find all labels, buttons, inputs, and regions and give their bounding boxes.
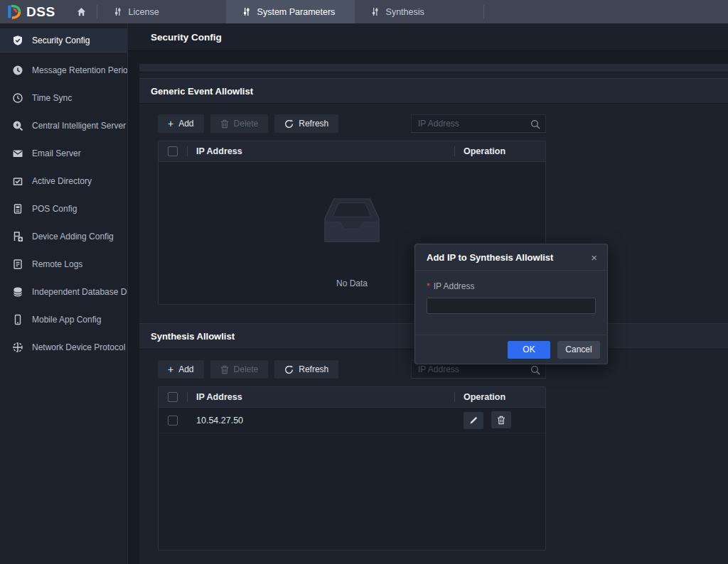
- network-globe-icon: [12, 342, 23, 353]
- sidebar-item-active-directory[interactable]: Active Directory: [0, 167, 127, 195]
- modal-footer: OK Cancel: [415, 335, 607, 364]
- sidebar-item-independent-database-deployment[interactable]: Independent Database Dep...: [0, 278, 127, 305]
- refresh-icon: [284, 365, 294, 374]
- shield-check-icon: [12, 35, 23, 46]
- modal-title: Add IP to Synthesis Allowlist: [427, 252, 589, 263]
- row-checkbox[interactable]: [168, 416, 178, 425]
- sliders-icon: [242, 7, 251, 16]
- active-directory-icon: [12, 175, 23, 187]
- plus-icon: +: [168, 364, 173, 374]
- mobile-icon: [12, 314, 23, 325]
- add-button-label: Add: [178, 364, 193, 374]
- sidebar-item-label: Independent Database Dep...: [32, 287, 127, 297]
- sidebar-item-label: Central Intelligent Server: [32, 121, 126, 131]
- sidebar-item-label: Time Sync: [32, 93, 72, 103]
- ip-address-column-header: IP Address: [188, 146, 454, 156]
- synthesis-allowlist-table: IP Address Operation 10.54.27.50: [158, 386, 546, 551]
- remote-logs-icon: [12, 259, 23, 270]
- refresh-button-label: Refresh: [299, 364, 328, 374]
- ip-search-input[interactable]: [412, 115, 545, 132]
- ip-search-box: [411, 114, 546, 133]
- generic-event-toolbar: + Add Delete Refresh: [158, 114, 546, 133]
- tab-label: System Parameters: [257, 7, 336, 17]
- search-icon[interactable]: [530, 365, 540, 375]
- ip-address-field[interactable]: [427, 298, 596, 314]
- app-logo: DSS: [0, 0, 67, 23]
- home-button[interactable]: [67, 0, 97, 23]
- logo-text: DSS: [26, 4, 55, 20]
- refresh-icon: [284, 119, 294, 129]
- sidebar-item-email-server[interactable]: Email Server: [0, 139, 127, 167]
- topbar-empty-area: [484, 0, 728, 23]
- ip-address-cell: 10.54.27.50: [188, 416, 455, 425]
- pos-icon: [12, 203, 23, 215]
- sidebar-item-message-retention-period[interactable]: Message Retention Period: [0, 56, 127, 84]
- email-icon: [12, 148, 23, 159]
- tab-system-parameters[interactable]: System Parameters: [226, 0, 355, 23]
- edit-button[interactable]: [464, 412, 483, 429]
- dss-logo-icon: [6, 4, 22, 20]
- tab-label: Synthesis: [386, 7, 424, 17]
- add-button[interactable]: + Add: [158, 360, 204, 379]
- tab-license[interactable]: License: [97, 0, 226, 23]
- select-all-cell: [159, 392, 187, 402]
- tab-synthesis[interactable]: Synthesis: [355, 0, 483, 23]
- device-adding-icon: [12, 231, 23, 242]
- select-all-cell: [159, 146, 187, 156]
- modal-header: Add IP to Synthesis Allowlist ×: [415, 244, 607, 271]
- delete-button-label: Delete: [234, 119, 259, 129]
- sidebar-item-label: Security Config: [32, 36, 90, 45]
- delete-button[interactable]: Delete: [210, 360, 269, 379]
- tab-label: License: [129, 7, 159, 17]
- sidebar-item-label: Network Device Protocol C...: [32, 342, 127, 352]
- section-header-generic-event-allowlist: Generic Event Allowlist: [139, 78, 728, 104]
- sidebar-item-pos-config[interactable]: POS Config: [0, 195, 127, 222]
- operation-cell: [455, 411, 545, 429]
- delete-button-label: Delete: [234, 364, 259, 374]
- page-header: Security Config: [128, 23, 728, 51]
- select-all-checkbox[interactable]: [168, 146, 178, 156]
- required-marker: *: [427, 281, 430, 291]
- no-data-inbox-icon: [321, 196, 383, 244]
- add-button-label: Add: [178, 119, 193, 129]
- sidebar-item-device-adding-config[interactable]: Device Adding Config: [0, 222, 127, 250]
- ip-address-field-label: *IP Address: [427, 281, 596, 291]
- sidebar-item-security-config[interactable]: Security Config: [0, 28, 127, 53]
- page-title: Security Config: [151, 32, 222, 43]
- delete-row-button[interactable]: [491, 411, 511, 428]
- sidebar-item-remote-logs[interactable]: Remote Logs: [0, 250, 127, 278]
- sidebar-item-label: Email Server: [32, 148, 81, 158]
- table-row: 10.54.27.50: [159, 408, 545, 433]
- trash-icon: [220, 119, 229, 129]
- sidebar-item-label: Device Adding Config: [32, 232, 114, 242]
- refresh-button[interactable]: Refresh: [274, 114, 338, 133]
- cancel-button[interactable]: Cancel: [557, 341, 600, 359]
- sidebar-item-label: Mobile App Config: [32, 315, 101, 325]
- close-icon[interactable]: ×: [589, 251, 599, 264]
- sidebar-item-label: Remote Logs: [32, 259, 82, 269]
- sidebar-item-mobile-app-config[interactable]: Mobile App Config: [0, 305, 127, 333]
- operation-column-header: Operation: [455, 392, 545, 402]
- delete-button[interactable]: Delete: [210, 114, 269, 133]
- sidebar: Security Config Message Retention Period…: [0, 23, 128, 564]
- section-title: Generic Event Allowlist: [151, 86, 253, 97]
- database-icon: [12, 286, 23, 298]
- ip-address-column-header: IP Address: [188, 392, 454, 402]
- add-button[interactable]: + Add: [158, 114, 204, 133]
- sidebar-item-central-intelligent-server[interactable]: Central Intelligent Server: [0, 112, 127, 139]
- refresh-button[interactable]: Refresh: [274, 360, 338, 379]
- plus-icon: +: [168, 119, 173, 129]
- ok-button[interactable]: OK: [508, 341, 550, 359]
- sidebar-item-time-sync[interactable]: Time Sync: [0, 84, 127, 112]
- top-bar: DSS License System Parameters: [0, 0, 728, 23]
- search-icon[interactable]: [530, 119, 540, 129]
- sidebar-item-label: Active Directory: [32, 176, 92, 186]
- select-all-checkbox[interactable]: [168, 392, 178, 402]
- sliders-icon: [113, 7, 122, 16]
- sidebar-item-network-device-protocol-config[interactable]: Network Device Protocol C...: [0, 333, 127, 361]
- refresh-button-label: Refresh: [299, 119, 328, 129]
- panel-top-strip: [139, 64, 728, 72]
- operation-column-header: Operation: [455, 146, 545, 156]
- sidebar-item-label: POS Config: [32, 204, 77, 214]
- trash-icon: [220, 365, 229, 374]
